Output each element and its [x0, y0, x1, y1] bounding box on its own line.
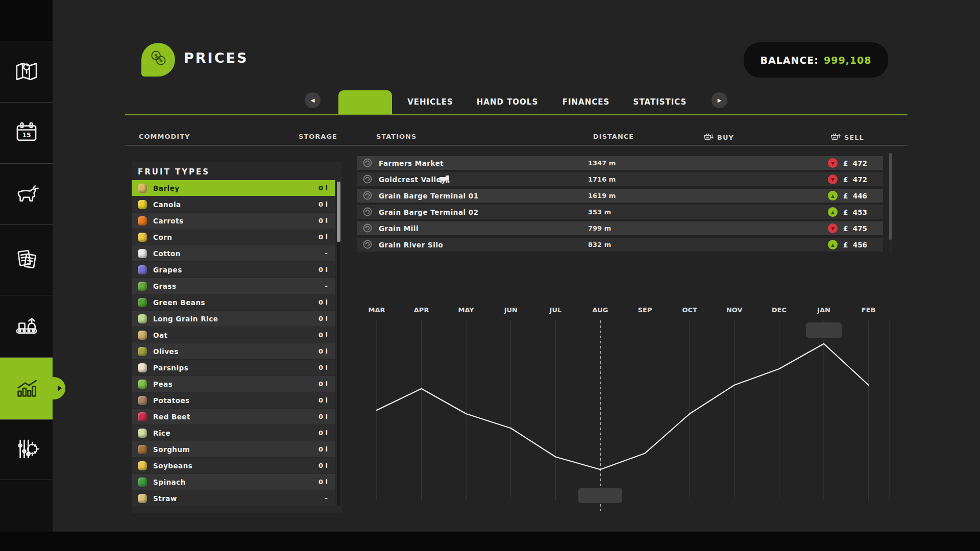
oat-icon — [138, 331, 147, 340]
station-hotspot-icon[interactable] — [362, 239, 373, 252]
tab-finances[interactable]: FINANCES — [562, 97, 610, 107]
basket-sell-icon — [830, 136, 841, 143]
station-hotspot-icon[interactable] — [362, 158, 373, 170]
station-row-farmers-market[interactable]: Farmers Market1347 m▼£ 472 — [357, 156, 883, 170]
fruit-storage: - — [325, 494, 328, 502]
fruit-row-rice[interactable]: Rice0 l — [132, 425, 335, 441]
fruit-name: Peas — [153, 380, 173, 388]
month-label-aug: AUG — [593, 306, 608, 314]
sidebar-item-production[interactable] — [0, 295, 53, 358]
tab-prices-active[interactable] — [338, 90, 392, 115]
fruit-row-red-beet[interactable]: Red Beet0 l — [132, 409, 335, 424]
green-beans-icon — [138, 298, 147, 307]
fruit-storage: 0 l — [318, 413, 328, 420]
station-row-grain-mill[interactable]: Grain Mill799 m▼£ 475 — [357, 221, 883, 235]
chart-value-box-jan — [806, 322, 842, 338]
sidebar-item-animals[interactable] — [0, 163, 53, 225]
fruit-list: Barley0 lCanola0 lCarrots0 lCorn0 lCotto… — [132, 180, 335, 507]
station-name: Grain River Silo — [379, 241, 443, 249]
sidebar-item-contracts[interactable] — [0, 224, 53, 295]
fruit-row-grapes[interactable]: Grapes0 l — [132, 262, 335, 278]
fruit-row-parsnips[interactable]: Parsnips0 l — [132, 360, 335, 375]
month-label-jan: JAN — [817, 306, 830, 314]
price-trend-down-icon: ▼ — [828, 174, 838, 184]
station-row-grain-barge-terminal-01[interactable]: Grain Barge Terminal 011619 m▲£ 446 — [357, 189, 883, 203]
fruit-storage: 0 l — [318, 184, 328, 192]
scrollbar-thumb[interactable] — [337, 182, 340, 242]
sidebar-slot-empty-bottom — [0, 480, 53, 532]
fruit-row-sorghum[interactable]: Sorghum0 l — [132, 441, 335, 457]
station-hotspot-icon[interactable] — [362, 174, 373, 186]
station-name: Goldcrest Valley — [379, 176, 446, 184]
fruit-row-straw[interactable]: Straw- — [132, 490, 335, 506]
fruit-row-corn[interactable]: Corn0 l — [132, 229, 335, 245]
fruit-name: Carrots — [153, 217, 184, 225]
station-distance: 832 m — [588, 241, 611, 248]
fruit-storage: 0 l — [318, 396, 328, 404]
fruit-row-barley[interactable]: Barley0 l — [132, 180, 335, 196]
fruit-storage: 0 l — [318, 429, 328, 437]
station-name: Farmers Market — [379, 159, 444, 167]
station-row-grain-river-silo[interactable]: Grain River Silo832 m▲£ 456 — [357, 238, 883, 252]
corn-icon — [138, 233, 147, 242]
fruit-row-green-beans[interactable]: Green Beans0 l — [132, 294, 335, 310]
parsnips-icon — [138, 363, 147, 372]
prev-tab-button[interactable]: ◀ — [305, 92, 321, 108]
fruit-name: Grapes — [153, 266, 182, 274]
fruit-row-olives[interactable]: Olives0 l — [132, 343, 335, 359]
column-stations: STATIONS — [376, 133, 416, 140]
fruit-row-canola[interactable]: Canola0 l — [132, 196, 335, 212]
fruit-row-spinach[interactable]: Spinach0 l — [132, 474, 335, 490]
station-hotspot-icon[interactable] — [362, 207, 373, 219]
station-hotspot-icon[interactable] — [362, 223, 373, 235]
fruit-name: Oat — [153, 331, 168, 339]
price-chart: MARAPRMAYJUNJULAUGSEPOCTNOVDECJANFEB — [352, 305, 896, 515]
animals-icon — [13, 180, 40, 209]
fruit-storage: 0 l — [318, 315, 328, 322]
fruit-row-potatoes[interactable]: Potatoes0 l — [132, 392, 335, 408]
month-label-may: MAY — [458, 306, 474, 314]
fruit-storage: 0 l — [318, 233, 328, 241]
station-name: Grain Barge Terminal 02 — [379, 208, 479, 216]
tab-underline — [125, 114, 908, 115]
column-commodity: COMMODITY — [139, 133, 190, 140]
fruit-name: Parsnips — [153, 364, 188, 372]
spinach-icon — [138, 478, 147, 487]
contracts-icon — [13, 245, 40, 275]
fruit-row-soybeans[interactable]: Soybeans0 l — [132, 458, 335, 473]
fruit-list-scrollbar[interactable] — [337, 182, 340, 506]
tab-hand-tools[interactable]: HAND TOOLS — [477, 97, 538, 107]
price-trend-up-icon: ▲ — [828, 240, 838, 249]
fruit-row-cotton[interactable]: Cotton- — [132, 245, 335, 261]
prices-screen: 15 — [0, 0, 980, 551]
fruit-row-carrots[interactable]: Carrots0 l — [132, 213, 335, 229]
month-label-feb: FEB — [862, 306, 876, 314]
column-sell: SELL — [830, 133, 864, 143]
fruit-row-long-grain-rice[interactable]: Long Grain Rice0 l — [132, 311, 335, 327]
station-hotspot-icon[interactable] — [362, 190, 373, 203]
sidebar-item-calendar[interactable]: 15 — [0, 102, 53, 164]
potatoes-icon — [138, 396, 147, 405]
fruit-name: Grass — [153, 282, 176, 290]
statistics-icon — [12, 373, 41, 404]
fruit-row-grass[interactable]: Grass- — [132, 278, 335, 294]
sidebar: 15 — [0, 0, 53, 532]
fruit-row-peas[interactable]: Peas0 l — [132, 376, 335, 392]
grapes-icon — [138, 265, 147, 274]
scrollbar-thumb[interactable] — [889, 153, 892, 240]
sidebar-item-settings[interactable] — [0, 419, 53, 480]
month-label-mar: MAR — [368, 306, 385, 314]
station-row-grain-barge-terminal-02[interactable]: Grain Barge Terminal 02353 m▲£ 453 — [357, 205, 883, 219]
next-tab-button[interactable]: ▶ — [712, 92, 727, 108]
month-label-apr: APR — [414, 306, 429, 314]
tab-vehicles[interactable]: VEHICLES — [407, 97, 453, 107]
tab-statistics[interactable]: STATISTICS — [633, 97, 687, 107]
peas-icon — [138, 380, 147, 389]
sell-price: £ 475 — [843, 224, 867, 233]
station-row-goldcrest-valley[interactable]: Goldcrest Valley1716 m▼£ 472 — [357, 172, 883, 186]
price-line — [377, 344, 869, 469]
sidebar-item-map[interactable] — [0, 41, 53, 103]
fruit-row-oat[interactable]: Oat0 l — [132, 327, 335, 343]
fruit-storage: - — [325, 249, 328, 257]
stations-scrollbar[interactable] — [889, 153, 892, 253]
